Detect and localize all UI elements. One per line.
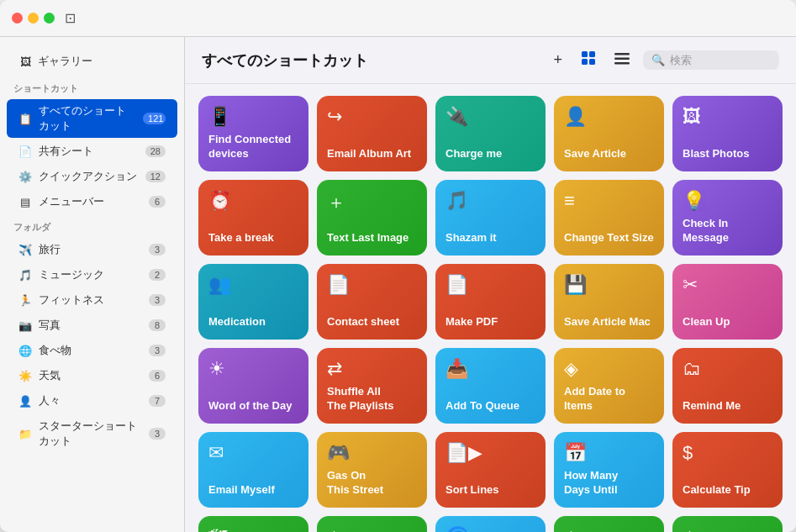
- shortcut-card-save-article[interactable]: 👤 Save Article: [554, 96, 664, 171]
- list-view-button[interactable]: [609, 48, 635, 72]
- shortcut-card-shuffle-playlists[interactable]: ⇄ Shuffle AllThe Playlists: [317, 348, 427, 424]
- menu-icon: ▤: [18, 195, 32, 208]
- card-icon-check-in: 💡: [683, 190, 772, 212]
- card-icon-content-graph: ◈: [683, 526, 772, 532]
- shortcut-card-take-break[interactable]: ⏰ Take a break: [198, 180, 308, 255]
- sidebar-item-menu[interactable]: ▤ メニューバー 6: [7, 190, 177, 213]
- quick-label: クイックアクション: [39, 169, 137, 184]
- card-icon-remind-me: 🗂: [683, 358, 772, 380]
- shortcut-card-blast-photos[interactable]: 🖼 Blast Photos: [672, 96, 783, 171]
- sidebar-item-gallery[interactable]: 🖼 ギャラリー: [7, 49, 177, 74]
- card-label-how-many-days: How ManyDays Until: [564, 469, 654, 498]
- card-icon-save-article-mac: 💾: [564, 274, 654, 296]
- food-label: 食べ物: [39, 343, 71, 358]
- shortcut-card-how-many-days[interactable]: 📅 How ManyDays Until: [554, 432, 664, 508]
- sidebar-item-starter[interactable]: 📁 スターターショートカット 3: [7, 414, 177, 453]
- weather-badge: 6: [149, 370, 166, 382]
- shortcut-card-place-to-eat[interactable]: 🗺 Place To Eat: [198, 516, 308, 532]
- shortcut-card-charge-me[interactable]: 🔌 Charge me: [435, 96, 546, 171]
- sidebar-item-fitness[interactable]: 🏃 フィットネス 3: [7, 288, 177, 312]
- shared-label: 共有シート: [39, 144, 93, 159]
- sidebar-item-photos[interactable]: 📷 写真 8: [7, 313, 177, 337]
- card-label-gas-street: Gas OnThis Street: [327, 469, 417, 498]
- card-icon-take-break: ⏰: [208, 190, 298, 212]
- sidebar-item-travel[interactable]: ✈️ 旅行 3: [7, 238, 177, 261]
- grid-view-button[interactable]: [576, 47, 601, 73]
- food-icon: 🌐: [18, 344, 32, 357]
- card-icon-shuffle-playlists: ⇄: [327, 358, 417, 380]
- starter-badge: 3: [149, 428, 166, 440]
- shortcut-card-clean-up[interactable]: ✂ Clean Up: [672, 264, 783, 340]
- music-badge: 2: [149, 269, 166, 281]
- sidebar-item-weather[interactable]: ☀️ 天気 6: [7, 364, 177, 387]
- card-icon-how-many-days: 📅: [564, 442, 654, 464]
- card-label-word-of-day: Word of the Day: [208, 399, 298, 413]
- toolbar: すべてのショートカット +: [185, 37, 796, 84]
- shortcut-card-medication[interactable]: 👥 Medication: [198, 264, 308, 340]
- shortcut-card-gas-street[interactable]: 🎮 Gas OnThis Street: [317, 432, 427, 508]
- sidebar-item-music[interactable]: 🎵 ミュージック 2: [7, 263, 177, 287]
- sidebar-item-quick[interactable]: ⚙️ クイックアクション 12: [7, 165, 177, 188]
- sidebar-item-shared[interactable]: 📄 共有シート 28: [7, 140, 177, 163]
- shortcut-card-shazam-it[interactable]: 🎵 Shazam it: [435, 180, 546, 255]
- card-label-blast-photos: Blast Photos: [683, 147, 772, 161]
- window-controls: [12, 13, 55, 24]
- menu-label: メニューバー: [39, 194, 104, 209]
- shared-icon: 📄: [18, 145, 32, 158]
- people-icon: 👤: [18, 394, 32, 408]
- card-icon-charge-me: 🔌: [445, 106, 535, 128]
- shortcut-card-location-mother[interactable]: 🌀 Locationto Mother: [435, 516, 546, 532]
- shortcut-card-content-graph[interactable]: ◈ Content Graph: [672, 516, 783, 532]
- card-icon-place-to-eat: 🗺: [208, 526, 298, 532]
- card-icon-blast-photos: 🖼: [683, 106, 772, 128]
- shortcut-card-contact-sheet[interactable]: 📄 Contact sheet: [317, 264, 427, 340]
- search-input[interactable]: [670, 54, 771, 66]
- svg-rect-1: [589, 51, 595, 57]
- card-icon-make-pdf: 📄: [445, 274, 535, 296]
- shortcut-card-add-date-items[interactable]: ◈ Add Date to Items: [554, 348, 664, 424]
- gallery-icon: 🖼: [20, 55, 31, 68]
- fitness-badge: 3: [149, 294, 166, 306]
- card-icon-medication: 👥: [208, 274, 298, 296]
- photos-badge: 8: [149, 319, 166, 331]
- shortcut-card-save-article-mac[interactable]: 💾 Save Article Mac: [554, 264, 664, 340]
- card-label-add-date-items: Add Date to Items: [564, 385, 654, 413]
- food-badge: 3: [149, 345, 166, 356]
- card-label-make-pdf: Make PDF: [445, 315, 535, 329]
- sidebar-toggle-button[interactable]: ⊡: [61, 8, 79, 28]
- travel-label: 旅行: [39, 242, 61, 257]
- card-label-change-text-size: Change Text Size: [564, 231, 654, 245]
- weather-icon: ☀️: [18, 369, 32, 382]
- shortcut-card-check-in[interactable]: 💡 Check InMessage: [672, 180, 783, 255]
- sidebar-item-food[interactable]: 🌐 食べ物 3: [7, 339, 177, 362]
- card-icon-shazam-it: 🎵: [445, 190, 535, 212]
- search-box[interactable]: 🔍: [643, 50, 779, 70]
- card-icon-add-date-items: ◈: [564, 358, 654, 380]
- shortcut-card-calculate-tip[interactable]: $ Calculate Tip: [672, 432, 783, 508]
- close-button[interactable]: [12, 13, 23, 24]
- shortcut-card-screenshots[interactable]: ◈ Screenshots: [317, 516, 427, 532]
- card-label-check-in: Check InMessage: [683, 217, 772, 245]
- sidebar-item-all-shortcuts[interactable]: 📋 すべてのショートカット 121: [7, 99, 177, 138]
- shortcut-card-infinite-loop[interactable]: ◈ Infinite Loop: [554, 516, 664, 532]
- page-title: すべてのショートカット: [202, 50, 538, 71]
- sidebar-item-people[interactable]: 👤 人々 7: [7, 389, 177, 413]
- card-icon-email-album: ↪: [327, 106, 417, 128]
- travel-icon: ✈️: [18, 243, 32, 256]
- card-label-save-article-mac: Save Article Mac: [564, 315, 654, 329]
- minimize-button[interactable]: [28, 13, 39, 24]
- shortcut-card-sort-lines[interactable]: 📄▶ Sort Lines: [435, 432, 546, 508]
- shortcut-card-find-connected[interactable]: 📱 Find Connecteddevices: [198, 96, 308, 171]
- shortcut-card-word-of-day[interactable]: ☀ Word of the Day: [198, 348, 308, 424]
- sidebar: 🖼 ギャラリー ショートカット 📋 すべてのショートカット 121 📄 共有シー…: [0, 37, 185, 532]
- shortcut-card-add-to-queue[interactable]: 📥 Add To Queue: [435, 348, 546, 424]
- shortcut-card-remind-me[interactable]: 🗂 Remind Me: [672, 348, 783, 424]
- shortcut-card-text-last-image[interactable]: ＋ Text Last Image: [317, 180, 427, 255]
- maximize-button[interactable]: [44, 13, 55, 24]
- shortcut-card-make-pdf[interactable]: 📄 Make PDF: [435, 264, 546, 340]
- shortcut-card-email-myself[interactable]: ✉ Email Myself: [198, 432, 308, 508]
- titlebar: ⊡: [0, 0, 796, 37]
- add-button[interactable]: +: [548, 48, 567, 72]
- shortcut-card-change-text-size[interactable]: ≡ Change Text Size: [554, 180, 664, 255]
- shortcut-card-email-album[interactable]: ↪ Email Album Art: [317, 96, 427, 171]
